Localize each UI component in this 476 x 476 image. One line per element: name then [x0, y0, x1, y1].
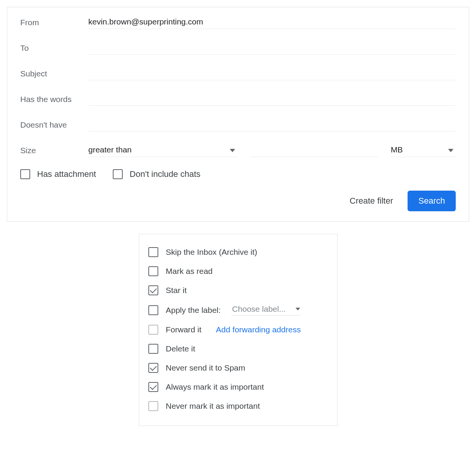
subject-label: Subject — [20, 69, 88, 78]
search-button[interactable]: Search — [408, 191, 456, 211]
forward-it-label: Forward it — [166, 325, 201, 334]
delete-it-label: Delete it — [166, 344, 195, 353]
option-delete-it: Delete it — [148, 339, 328, 358]
choose-label-text: Choose label... — [232, 304, 286, 314]
doesnt-have-label: Doesn't have — [20, 120, 88, 130]
to-input[interactable] — [88, 41, 456, 55]
apply-label-checkbox[interactable] — [148, 305, 158, 315]
size-label: Size — [20, 146, 88, 155]
doesnt-have-input[interactable] — [88, 118, 456, 131]
never-spam-label: Never send it to Spam — [166, 363, 245, 372]
no-chats-option: Don't include chats — [113, 169, 200, 179]
no-chats-label: Don't include chats — [130, 169, 200, 179]
mark-read-checkbox[interactable] — [148, 266, 158, 276]
size-unit-value: MB — [391, 144, 456, 157]
to-label: To — [20, 44, 88, 53]
no-chats-checkbox[interactable] — [113, 169, 123, 179]
extra-options-row: Has attachment Don't include chats — [20, 169, 456, 179]
from-input[interactable] — [88, 16, 456, 29]
delete-it-checkbox[interactable] — [148, 344, 158, 354]
apply-label-label: Apply the label: — [166, 306, 221, 315]
size-value-input[interactable] — [250, 144, 379, 157]
star-it-checkbox[interactable] — [148, 285, 158, 295]
has-attachment-option: Has attachment — [20, 169, 96, 179]
option-apply-label: Apply the label: Choose label... — [148, 300, 328, 320]
has-words-row: Has the words — [20, 92, 456, 106]
size-operator-value: greater than — [88, 144, 237, 157]
filter-form-panel: From To Subject Has the words Doesn't ha… — [7, 7, 469, 222]
never-spam-checkbox[interactable] — [148, 363, 158, 373]
option-never-important: Never mark it as important — [148, 397, 328, 416]
option-star-it: Star it — [148, 281, 328, 300]
always-important-checkbox[interactable] — [148, 382, 158, 392]
size-unit-select[interactable]: MB — [391, 144, 456, 157]
never-important-checkbox[interactable] — [148, 401, 158, 411]
has-words-input[interactable] — [88, 92, 456, 106]
size-row: Size greater than MB — [20, 144, 456, 157]
caret-down-icon — [296, 307, 300, 311]
has-attachment-label: Has attachment — [37, 169, 96, 179]
option-always-important: Always mark it as important — [148, 377, 328, 397]
never-important-label: Never mark it as important — [166, 402, 260, 411]
mark-read-label: Mark as read — [166, 267, 213, 276]
doesnt-have-row: Doesn't have — [20, 118, 456, 131]
option-forward-it: Forward it Add forwarding address — [148, 320, 328, 339]
skip-inbox-label: Skip the Inbox (Archive it) — [166, 248, 257, 257]
size-operator-select[interactable]: greater than — [88, 144, 237, 157]
skip-inbox-checkbox[interactable] — [148, 247, 158, 257]
form-actions: Create filter Search — [20, 191, 456, 211]
from-row: From — [20, 16, 456, 29]
add-forwarding-link[interactable]: Add forwarding address — [216, 325, 301, 334]
forward-it-checkbox[interactable] — [148, 325, 158, 335]
subject-row: Subject — [20, 67, 456, 80]
choose-label-select[interactable]: Choose label... — [231, 304, 301, 316]
create-filter-button[interactable]: Create filter — [348, 193, 395, 209]
subject-input[interactable] — [88, 67, 456, 80]
option-mark-read: Mark as read — [148, 262, 328, 281]
option-never-spam: Never send it to Spam — [148, 358, 328, 377]
to-row: To — [20, 41, 456, 55]
star-it-label: Star it — [166, 286, 187, 295]
has-attachment-checkbox[interactable] — [20, 169, 30, 179]
filter-actions-panel: Skip the Inbox (Archive it) Mark as read… — [139, 234, 338, 426]
has-words-label: Has the words — [20, 95, 88, 104]
option-skip-inbox: Skip the Inbox (Archive it) — [148, 243, 328, 262]
from-label: From — [20, 18, 88, 27]
always-important-label: Always mark it as important — [166, 382, 264, 392]
